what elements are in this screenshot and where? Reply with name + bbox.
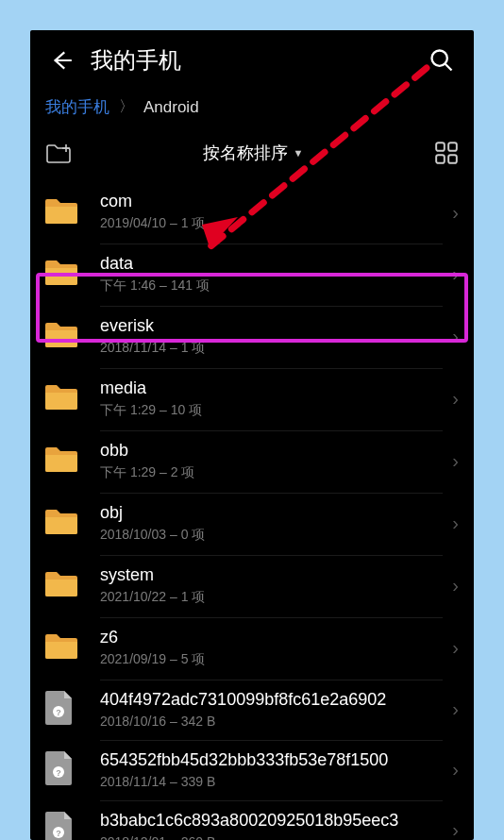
row-text: 404f4972adc7310099bf8fc61e2a69022018/10/…	[100, 688, 443, 741]
chevron-right-icon: ›	[452, 759, 459, 781]
row-text: b3babc1c6c893a80020925018b95eec32018/12/…	[100, 809, 443, 840]
breadcrumb: 我的手机 〉 Android	[30, 83, 474, 127]
folder-row[interactable]: obj2018/10/03 – 0 项›	[30, 492, 474, 554]
row-text: obb下午 1:29 – 2 项	[100, 439, 443, 494]
chevron-right-icon: 〉	[119, 97, 134, 117]
triangle-down-icon: ▼	[294, 147, 304, 159]
item-name: obb	[100, 441, 443, 461]
folder-icon	[43, 257, 85, 291]
row-text: obj2018/10/03 – 0 项	[100, 501, 443, 556]
chevron-right-icon: ›	[452, 637, 459, 659]
sort-dropdown[interactable]: 按名称排序 ▼	[72, 142, 434, 164]
unknown-file-icon: ?	[43, 689, 85, 729]
item-name: obj	[100, 503, 443, 523]
item-meta: 2018/11/14 – 339 B	[100, 774, 443, 789]
unknown-file-icon: ?	[43, 749, 85, 789]
item-meta: 2018/11/14 – 1 项	[100, 340, 443, 357]
item-meta: 下午 1:46 – 141 项	[100, 277, 443, 294]
folder-row[interactable]: everisk2018/11/14 – 1 项›	[30, 305, 474, 367]
chevron-right-icon: ›	[452, 512, 459, 534]
sort-label: 按名称排序	[203, 142, 288, 164]
row-text: data下午 1:46 – 141 项	[100, 252, 443, 307]
item-name: com	[100, 192, 443, 211]
item-name: everisk	[100, 316, 443, 336]
breadcrumb-current: Android	[143, 98, 199, 117]
item-meta: 下午 1:29 – 2 项	[100, 464, 443, 481]
item-name: b3babc1c6c893a80020925018b95eec3	[100, 811, 443, 831]
item-meta: 2019/04/10 – 1 项	[100, 215, 443, 232]
item-meta: 2021/09/19 – 5 项	[100, 651, 443, 668]
file-row[interactable]: ?654352fbb45d32bbb333fb53e78f15002018/11…	[30, 739, 474, 799]
item-meta: 2018/10/03 – 0 项	[100, 527, 443, 544]
toolbar: 按名称排序 ▼	[30, 127, 474, 182]
app-header: 我的手机	[30, 30, 474, 83]
chevron-right-icon: ›	[452, 202, 459, 224]
search-icon[interactable]	[428, 47, 455, 74]
folder-icon	[43, 444, 85, 478]
chevron-right-icon: ›	[452, 388, 459, 410]
chevron-right-icon: ›	[452, 819, 459, 841]
svg-rect-4	[448, 155, 457, 163]
svg-rect-2	[448, 143, 457, 151]
item-name: 654352fbb45d32bbb333fb53e78f1500	[100, 750, 443, 770]
folder-row[interactable]: system2021/10/22 – 1 项›	[30, 554, 474, 616]
folder-row[interactable]: media下午 1:29 – 10 项›	[30, 367, 474, 429]
folder-icon	[43, 630, 85, 664]
chevron-right-icon: ›	[452, 326, 459, 347]
grid-view-icon[interactable]	[434, 141, 459, 165]
svg-rect-1	[436, 143, 445, 151]
folder-icon	[43, 319, 85, 353]
back-icon[interactable]	[49, 48, 74, 73]
item-name: z6	[100, 628, 443, 647]
chevron-right-icon: ›	[452, 450, 459, 472]
item-name: data	[100, 254, 443, 274]
folder-icon	[43, 381, 85, 415]
folder-row[interactable]: data下午 1:46 – 141 项›	[30, 243, 474, 305]
folder-icon	[43, 568, 85, 602]
row-text: z62021/09/19 – 5 项	[100, 626, 443, 680]
row-text: system2021/10/22 – 1 项	[100, 563, 443, 618]
item-name: system	[100, 565, 443, 585]
row-text: everisk2018/11/14 – 1 项	[100, 314, 443, 369]
item-name: media	[100, 378, 443, 398]
folder-row[interactable]: z62021/09/19 – 5 项›	[30, 616, 474, 679]
item-meta: 2018/10/16 – 342 B	[100, 714, 443, 729]
row-text: com2019/04/10 – 1 项	[100, 192, 443, 244]
new-folder-icon[interactable]	[45, 142, 72, 164]
chevron-right-icon: ›	[452, 698, 459, 720]
file-row[interactable]: ?b3babc1c6c893a80020925018b95eec32018/12…	[30, 799, 474, 840]
row-text: media下午 1:29 – 10 项	[100, 377, 443, 431]
file-list: com2019/04/10 – 1 项›data下午 1:46 – 141 项›…	[30, 182, 474, 840]
chevron-right-icon: ›	[452, 263, 459, 285]
breadcrumb-root[interactable]: 我的手机	[45, 96, 109, 118]
item-meta: 下午 1:29 – 10 项	[100, 402, 443, 419]
file-row[interactable]: ?404f4972adc7310099bf8fc61e2a69022018/10…	[30, 679, 474, 739]
folder-icon	[43, 195, 85, 229]
folder-row[interactable]: obb下午 1:29 – 2 项›	[30, 429, 474, 492]
svg-rect-3	[436, 155, 445, 163]
folder-row[interactable]: com2019/04/10 – 1 项›	[30, 182, 474, 243]
unknown-file-icon: ?	[43, 810, 85, 840]
svg-text:?: ?	[56, 768, 61, 778]
folder-icon	[43, 506, 85, 540]
item-meta: 2018/12/01 – 260 B	[100, 834, 443, 840]
chevron-right-icon: ›	[452, 575, 459, 596]
item-meta: 2021/10/22 – 1 项	[100, 589, 443, 606]
svg-text:?: ?	[56, 708, 61, 717]
page-title: 我的手机	[91, 45, 412, 76]
phone-screen: 我的手机 我的手机 〉 Android 按名称排序 ▼ com2019/04/1…	[30, 30, 474, 840]
item-name: 404f4972adc7310099bf8fc61e2a6902	[100, 690, 443, 710]
row-text: 654352fbb45d32bbb333fb53e78f15002018/11/…	[100, 748, 443, 801]
svg-text:?: ?	[56, 829, 61, 838]
svg-point-0	[432, 51, 447, 66]
